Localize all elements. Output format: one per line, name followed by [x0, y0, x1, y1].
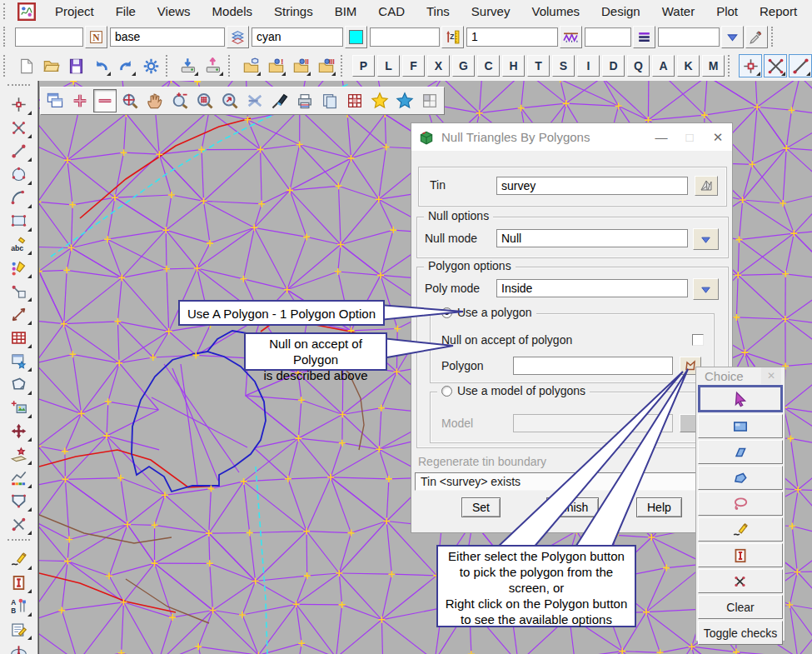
cad-text-input[interactable] — [15, 27, 83, 47]
use-model-radio[interactable] — [441, 386, 452, 397]
toolbar-grip[interactable] — [341, 55, 346, 76]
side-tool-button[interactable] — [7, 617, 32, 641]
side-tool-button[interactable]: abc — [7, 232, 32, 256]
side-tool-button[interactable] — [7, 466, 32, 489]
letter-toggle-button[interactable]: P — [352, 55, 375, 77]
letter-toggle-button[interactable]: F — [402, 55, 425, 77]
null-mode-dropdown[interactable] — [693, 228, 719, 250]
choice-mode-button[interactable] — [698, 517, 783, 542]
poly-mode-input[interactable] — [496, 279, 688, 297]
choice-titlebar[interactable]: Choice ✕ — [696, 367, 785, 384]
letter-toggle-button[interactable]: Q — [627, 55, 650, 77]
side-tool-button[interactable] — [7, 279, 32, 302]
view-tool-button[interactable] — [218, 89, 242, 112]
letter-toggle-button[interactable]: A — [652, 55, 675, 77]
menu-item[interactable]: Project — [44, 1, 105, 22]
view-tool-button[interactable] — [368, 89, 391, 112]
menu-item[interactable]: BIM — [324, 1, 368, 22]
side-tool-button[interactable] — [7, 139, 32, 162]
menu-item[interactable]: Design — [590, 1, 651, 22]
chainage-button[interactable] — [560, 26, 582, 48]
side-tool-button[interactable] — [7, 302, 32, 326]
side-tool-button[interactable] — [7, 571, 32, 594]
colour-swatch-button[interactable] — [345, 26, 367, 48]
toolbar-icon-button[interactable] — [139, 54, 162, 77]
side-tool-button[interactable] — [7, 442, 32, 466]
side-tool-button[interactable] — [7, 547, 32, 571]
letter-toggle-button[interactable]: L — [377, 55, 400, 77]
help-button[interactable]: Help — [636, 497, 682, 517]
poly-mode-dropdown[interactable] — [693, 278, 719, 300]
snap-button[interactable] — [789, 54, 812, 77]
toolbar-grip[interactable] — [771, 27, 777, 47]
side-tool-button[interactable] — [7, 512, 32, 536]
menu-item[interactable]: Tins — [416, 1, 461, 22]
polygon-input[interactable] — [513, 357, 673, 375]
choice-close-icon[interactable]: ✕ — [761, 367, 781, 384]
letter-toggle-button[interactable]: K — [677, 55, 700, 77]
toolbar-grip[interactable] — [166, 55, 172, 76]
dropdown-button[interactable] — [721, 26, 744, 48]
side-tool-button[interactable] — [7, 92, 32, 116]
choice-mode-button[interactable] — [698, 569, 783, 593]
choice-mode-button[interactable] — [698, 543, 783, 567]
toolbar-icon-button[interactable] — [14, 54, 37, 77]
side-tool-button[interactable] — [7, 162, 32, 186]
tin-input[interactable] — [496, 177, 688, 195]
set-button[interactable]: Set — [461, 497, 501, 517]
view-tool-button[interactable] — [118, 89, 142, 112]
toolbar-icon-button[interactable] — [239, 54, 262, 77]
choice-mode-button[interactable] — [698, 466, 783, 490]
choice-mode-button[interactable] — [698, 385, 783, 412]
toolbar-grip[interactable] — [7, 84, 30, 91]
menu-item[interactable]: Survey — [461, 1, 521, 22]
view-tool-button[interactable] — [193, 89, 217, 112]
maximize-button[interactable]: □ — [675, 127, 704, 148]
menu-item[interactable]: Volumes — [521, 1, 590, 22]
side-tool-button[interactable] — [7, 256, 32, 279]
menu-item[interactable]: Plot — [705, 1, 749, 22]
letter-toggle-button[interactable]: T — [527, 55, 550, 77]
menu-item[interactable]: Views — [147, 1, 202, 22]
side-tool-button[interactable] — [7, 489, 32, 512]
side-tool-button[interactable] — [7, 372, 32, 396]
letter-toggle-button[interactable]: H — [502, 55, 525, 77]
snap-button[interactable] — [764, 54, 787, 77]
view-tool-button[interactable] — [93, 89, 117, 112]
toolbar-grip[interactable] — [728, 55, 734, 76]
view-tool-button[interactable] — [68, 89, 92, 112]
view-tool-button[interactable] — [43, 89, 67, 112]
letter-toggle-button[interactable]: X — [427, 55, 450, 77]
toolbar-icon-button[interactable] — [202, 54, 225, 77]
toolbar-grip[interactable] — [7, 539, 30, 546]
height-input[interactable] — [370, 27, 440, 47]
toolbar-icon-button[interactable] — [177, 54, 200, 77]
letter-toggle-button[interactable]: D — [602, 55, 625, 77]
menu-item[interactable]: Water — [651, 1, 705, 22]
letter-toggle-button[interactable]: I — [577, 55, 600, 77]
linestyle-button[interactable] — [633, 26, 655, 48]
view-tool-button[interactable] — [243, 89, 267, 112]
view-tool-button[interactable] — [318, 89, 341, 112]
toolbar-icon-button[interactable] — [64, 54, 87, 77]
letter-toggle-button[interactable]: G — [452, 55, 475, 77]
tin-pick-button[interactable] — [695, 176, 718, 196]
menu-item[interactable]: Strings — [263, 1, 324, 22]
side-tool-button[interactable] — [7, 641, 32, 654]
minimize-button[interactable]: — — [647, 127, 675, 148]
dialog-titlebar[interactable]: Null Triangles By Polygons — □ ✕ — [411, 123, 732, 151]
toolbar-grip[interactable] — [3, 27, 9, 47]
choice-mode-button[interactable] — [698, 440, 783, 464]
model-input[interactable] — [513, 414, 673, 432]
colour-input[interactable] — [252, 27, 343, 47]
toolbar-grip[interactable] — [228, 55, 234, 76]
menu-item[interactable]: Models — [202, 1, 263, 22]
use-polygon-radio[interactable] — [441, 307, 452, 318]
snap-button[interactable] — [739, 54, 762, 77]
choice-toggle-checks-button[interactable]: Toggle checks — [698, 621, 783, 645]
menu-item[interactable]: Report — [749, 1, 808, 22]
view-tool-button[interactable] — [393, 89, 416, 112]
letter-toggle-button[interactable]: M — [702, 55, 725, 77]
null-mode-input[interactable] — [496, 229, 688, 247]
toolbar-grip[interactable] — [3, 55, 9, 76]
